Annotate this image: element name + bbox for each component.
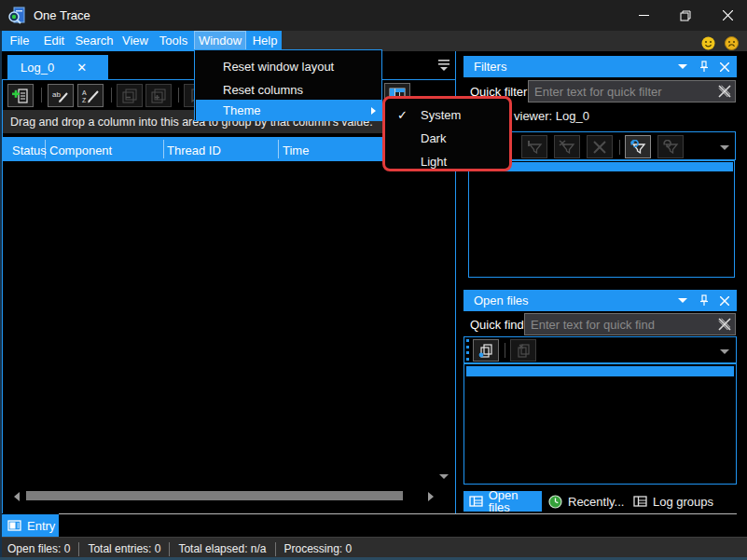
menu-help[interactable]: Help	[248, 31, 282, 51]
scroll-right-icon[interactable]	[428, 492, 434, 501]
restore-button[interactable]	[666, 0, 705, 31]
openfiles-panel-header[interactable]: Open files	[463, 290, 737, 311]
menu-item-theme[interactable]: Theme	[196, 100, 382, 121]
close-files-button[interactable]	[510, 339, 536, 362]
toolbar-separator	[505, 343, 505, 358]
filters-viewer-line: viewer: Log_0	[514, 110, 589, 122]
tab-open-files[interactable]: Open files	[463, 491, 542, 512]
panel-menu-icon[interactable]	[678, 64, 687, 69]
tab-recently[interactable]: Recently...	[548, 491, 624, 512]
menu-edit[interactable]: Edit	[37, 31, 71, 51]
openfiles-list-header	[466, 366, 734, 376]
collapse-button[interactable]	[117, 84, 143, 107]
edit-filter-button[interactable]	[521, 135, 547, 158]
column-header-threadid[interactable]: Thread ID	[167, 143, 221, 157]
panel-menu-icon[interactable]	[678, 298, 687, 303]
clear-filters-button[interactable]	[587, 135, 613, 158]
tab-log0[interactable]: Log_0 ✕	[7, 55, 108, 79]
column-header-component[interactable]: Component	[49, 143, 112, 157]
submenu-item-dark[interactable]: Dark	[388, 127, 506, 150]
title-bar: One Trace	[0, 0, 747, 31]
toolbar-separator	[178, 88, 179, 102]
open-copy-button[interactable]	[473, 339, 499, 362]
submenu-item-system[interactable]: ✓ System	[388, 103, 506, 127]
auto-refresh-filter-icon	[662, 140, 679, 155]
delete-filter-button[interactable]	[554, 135, 580, 158]
app-icon	[7, 6, 26, 24]
log-groups-tab-icon	[633, 496, 647, 507]
toolbar-overflow-icon[interactable]	[720, 349, 729, 354]
filters-panel-header[interactable]: Filters	[463, 56, 737, 77]
tab-close-icon[interactable]: ✕	[76, 61, 87, 74]
status-divider	[78, 542, 79, 556]
tab-entry[interactable]: Entry	[2, 514, 59, 537]
column-separator[interactable]	[45, 140, 46, 158]
horizontal-scrollbar-thumb[interactable]	[26, 491, 403, 500]
pin-icon[interactable]	[699, 61, 709, 73]
auto-refresh-filters-button[interactable]	[657, 135, 684, 158]
openfiles-list[interactable]	[463, 363, 737, 485]
scroll-left-icon[interactable]	[14, 492, 20, 501]
tab-log-groups[interactable]: Log groups	[633, 491, 713, 512]
openfiles-panel-title: Open files	[474, 294, 529, 307]
collapse-icon	[121, 89, 138, 103]
quick-find-label: Quick find	[470, 319, 524, 331]
submenu-item-system-label: System	[421, 103, 461, 127]
minimize-button[interactable]	[624, 0, 663, 31]
menu-file[interactable]: File	[2, 31, 37, 51]
window-menu: Reset window layout Reset columns Theme	[194, 49, 382, 121]
clear-find-icon[interactable]	[718, 318, 731, 331]
refresh-filters-button[interactable]	[625, 135, 651, 158]
filters-list[interactable]	[468, 160, 735, 278]
toolbar-separator	[111, 88, 112, 102]
documents-close-icon	[515, 343, 532, 358]
panel-close-icon[interactable]	[720, 62, 729, 72]
tab-log-groups-label: Log groups	[653, 496, 713, 508]
refresh-filter-icon	[629, 140, 646, 155]
window-list-icon[interactable]	[436, 58, 451, 72]
scroll-down-icon[interactable]	[439, 474, 449, 479]
rename-button[interactable]: ab	[48, 84, 74, 107]
recently-clock-icon	[548, 495, 562, 509]
tab-entry-label: Entry	[27, 520, 55, 532]
status-open-files: Open files: 0	[7, 543, 70, 554]
pin-icon[interactable]	[699, 294, 709, 307]
column-separator[interactable]	[163, 140, 164, 158]
menu-tools[interactable]: Tools	[155, 31, 192, 51]
submenu-item-light-label: Light	[421, 150, 447, 173]
smiley-sad-icon[interactable]	[725, 36, 739, 50]
toolbar-separator	[41, 88, 42, 102]
menu-item-reset-columns[interactable]: Reset columns	[196, 79, 382, 101]
submenu-item-light[interactable]: Light	[388, 150, 506, 173]
minimize-icon	[639, 10, 649, 20]
column-header-time[interactable]: Time	[283, 143, 309, 157]
quick-find-input[interactable]	[524, 313, 736, 335]
toolbar-drag-handle[interactable]	[466, 339, 469, 361]
check-icon: ✓	[397, 103, 408, 127]
svg-text:ab: ab	[52, 90, 61, 99]
column-header-status[interactable]: Status	[12, 143, 47, 157]
close-button[interactable]	[708, 0, 747, 31]
open-files-tab-icon	[469, 496, 483, 507]
filters-panel-title: Filters	[474, 60, 506, 74]
sort-edit-button[interactable]: A Z	[77, 84, 104, 107]
expand-button[interactable]	[145, 84, 172, 107]
app-window: One Trace File Edit Search View Tools Wi…	[0, 0, 747, 560]
clear-filter-icon[interactable]	[718, 85, 731, 98]
tab-log0-label: Log_0	[21, 61, 54, 74]
menu-view[interactable]: View	[118, 31, 153, 51]
tab-open-files-label: Open files	[489, 489, 542, 513]
new-view-button[interactable]	[7, 84, 34, 107]
status-total-entries: Total entries: 0	[88, 543, 160, 554]
column-separator[interactable]	[278, 140, 279, 158]
status-divider	[169, 542, 170, 556]
quick-filter-input[interactable]	[528, 80, 736, 102]
menu-item-reset-window-layout[interactable]: Reset window layout	[196, 56, 382, 77]
smiley-happy-icon[interactable]	[701, 36, 715, 50]
toolbar-overflow-icon[interactable]	[720, 145, 729, 150]
menu-search[interactable]: Search	[73, 31, 116, 51]
window-title: One Trace	[34, 9, 90, 21]
theme-submenu: ✓ System Dark Light	[382, 96, 512, 171]
panel-close-icon[interactable]	[720, 296, 729, 306]
menu-window[interactable]: Window	[194, 31, 246, 51]
